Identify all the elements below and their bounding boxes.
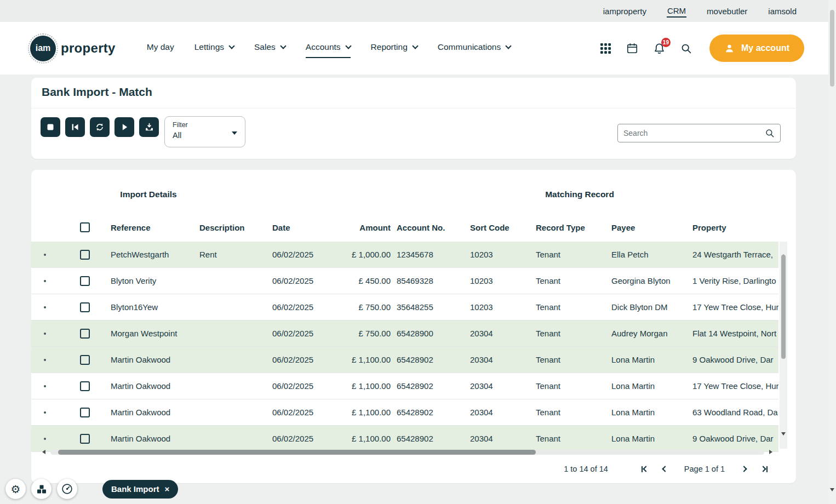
- row-checkbox[interactable]: [80, 381, 90, 391]
- cell-date: 06/02/2025: [272, 302, 338, 312]
- row-checkbox[interactable]: [80, 250, 90, 260]
- nav-my-day[interactable]: My day: [147, 38, 174, 58]
- top-link-iamsold[interactable]: iamsold: [768, 5, 797, 17]
- page-scroll-down-icon[interactable]: [830, 491, 834, 501]
- top-link-movebutler[interactable]: movebutler: [706, 5, 748, 17]
- main-nav: My dayLettingsSalesAccountsReportingComm…: [147, 38, 511, 58]
- vertical-scroll-thumb[interactable]: [781, 255, 786, 359]
- horizontal-scroll-thumb[interactable]: [58, 450, 536, 455]
- dashboard-button[interactable]: [57, 479, 77, 499]
- scroll-down-arrow-icon[interactable]: [781, 436, 786, 445]
- nav-accounts[interactable]: Accounts: [306, 38, 351, 58]
- table-row[interactable]: Martin Oakwood06/02/2025£ 1,100.00654289…: [31, 373, 778, 399]
- table-row[interactable]: Martin Oakwood06/02/2025£ 1,100.00654289…: [31, 399, 778, 426]
- nav-label: Reporting: [371, 42, 408, 52]
- last-page-button[interactable]: [761, 466, 768, 472]
- play-icon: [120, 123, 129, 131]
- import-button[interactable]: [139, 117, 159, 137]
- row-menu-button[interactable]: [31, 438, 59, 440]
- filter-dropdown[interactable]: Filter All: [164, 116, 245, 147]
- row-menu-button[interactable]: [31, 359, 59, 361]
- page-scrollbar[interactable]: [828, 0, 836, 504]
- apps-grid-icon[interactable]: [600, 43, 611, 54]
- group-header-import-details: Import Details: [120, 190, 176, 199]
- cell-payee: Dick Blyton DM: [605, 302, 686, 312]
- row-menu-button[interactable]: [31, 411, 59, 414]
- previous-page-button[interactable]: [663, 467, 667, 471]
- row-checkbox[interactable]: [80, 329, 90, 339]
- kebab-menu-icon: [44, 280, 46, 282]
- nav-communications[interactable]: Communications: [438, 38, 511, 58]
- cell-description: Rent: [199, 250, 272, 259]
- top-link-crm[interactable]: CRM: [667, 5, 686, 18]
- cell-property: 9 Oakwood Drive, Dar: [686, 434, 778, 443]
- search-submit-icon[interactable]: [765, 128, 775, 138]
- cell-account_no: 65428902: [391, 408, 464, 417]
- row-menu-button[interactable]: [31, 333, 59, 335]
- row-checkbox-cell: [59, 276, 111, 286]
- row-checkbox[interactable]: [80, 408, 90, 417]
- select-all-checkbox[interactable]: [80, 222, 90, 232]
- search-input[interactable]: [623, 129, 765, 138]
- scroll-up-arrow-icon[interactable]: [781, 245, 786, 255]
- row-checkbox[interactable]: [80, 276, 90, 286]
- iamproperty-logo: iam property: [30, 36, 116, 61]
- page-scroll-thumb[interactable]: [830, 10, 834, 87]
- calendar-icon[interactable]: [626, 42, 638, 54]
- row-checkbox[interactable]: [80, 302, 90, 312]
- nav-reporting[interactable]: Reporting: [371, 38, 417, 58]
- cell-reference: Martin Oakwood: [111, 381, 199, 391]
- cell-reference: Martin Oakwood: [111, 355, 199, 364]
- cell-sort_code: 20304: [464, 434, 530, 443]
- row-menu-button[interactable]: [31, 280, 59, 282]
- table-horizontal-scrollbar[interactable]: [42, 448, 772, 456]
- notifications-bell-icon[interactable]: 19: [653, 42, 666, 55]
- tab-close-icon[interactable]: ×: [165, 484, 170, 494]
- cell-reference: PetchWestgarth: [111, 250, 199, 259]
- horizontal-scroll-track[interactable]: [50, 450, 764, 455]
- scroll-left-arrow-icon[interactable]: [42, 450, 45, 454]
- table-row[interactable]: Blyton16Yew06/02/2025£ 750.0035648255102…: [31, 294, 778, 320]
- row-menu-button[interactable]: [31, 254, 59, 256]
- scroll-right-arrow-icon[interactable]: [769, 450, 772, 454]
- row-menu-button[interactable]: [31, 306, 59, 308]
- nav-lettings[interactable]: Lettings: [194, 38, 234, 58]
- top-link-iamproperty[interactable]: iamproperty: [603, 5, 647, 17]
- cell-account_no: 12345678: [391, 250, 464, 259]
- cell-property: 17 Yew Tree Close, Hur: [686, 381, 778, 391]
- table-row[interactable]: Morgan Westpoint06/02/2025£ 750.00654289…: [31, 320, 778, 347]
- kebab-menu-icon: [44, 385, 46, 387]
- col-sort-code: Sort Code: [464, 223, 530, 232]
- table-row[interactable]: Blyton Verity06/02/2025£ 450.00854693281…: [31, 268, 778, 294]
- row-checkbox[interactable]: [80, 355, 90, 365]
- my-account-button[interactable]: My account: [709, 35, 804, 62]
- play-button[interactable]: [114, 117, 134, 137]
- tab-bank-import[interactable]: Bank Import ×: [102, 480, 178, 499]
- kebab-menu-icon: [44, 333, 46, 335]
- first-page-button[interactable]: [642, 466, 648, 472]
- table-row[interactable]: Martin Oakwood06/02/2025£ 1,100.00654289…: [31, 347, 778, 373]
- filter-selected-value: All: [173, 131, 237, 140]
- stop-button[interactable]: [41, 117, 60, 137]
- next-page-button[interactable]: [742, 467, 746, 471]
- row-menu-button[interactable]: [31, 385, 59, 387]
- row-checkbox[interactable]: [80, 434, 90, 444]
- cell-sort_code: 20304: [464, 355, 530, 364]
- import-tray-icon: [145, 123, 154, 132]
- table-row[interactable]: PetchWestgarthRent06/02/2025£ 1,000.0012…: [31, 242, 778, 268]
- cell-date: 06/02/2025: [272, 355, 338, 364]
- cell-record_type: Tenant: [530, 250, 605, 259]
- cell-sort_code: 20304: [464, 408, 530, 417]
- modules-button[interactable]: [31, 479, 51, 499]
- nav-sales[interactable]: Sales: [254, 38, 285, 58]
- table-header-row: Reference Description Date Amount Accoun…: [31, 216, 778, 239]
- tab-label: Bank Import: [111, 484, 159, 494]
- cell-amount: £ 750.00: [338, 329, 391, 338]
- refresh-button[interactable]: [90, 117, 110, 137]
- table-vertical-scrollbar[interactable]: [780, 242, 787, 449]
- dropdown-arrow-icon: [232, 131, 237, 135]
- search-icon[interactable]: [680, 43, 692, 54]
- skip-back-button[interactable]: [65, 117, 85, 137]
- settings-button[interactable]: ⚙: [5, 479, 26, 499]
- chevron-down-icon: [345, 43, 351, 49]
